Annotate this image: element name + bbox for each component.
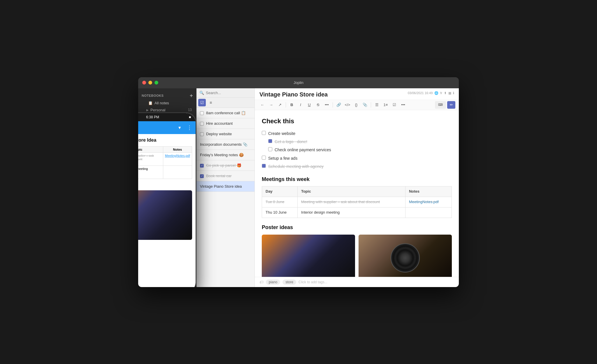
code-button[interactable]: </> (343, 101, 352, 109)
bold-button[interactable]: B (288, 101, 296, 109)
poster-image-vinyl (359, 235, 452, 277)
table-cell-notes: MeetingNotes.pdf (405, 197, 452, 208)
code-block-button[interactable]: {} (352, 101, 360, 109)
check-box[interactable] (262, 156, 266, 160)
check-label: Get a logo - done! (275, 138, 307, 145)
tag-chip-piano[interactable]: piano (266, 279, 280, 285)
title-bar: Joplin (138, 77, 459, 88)
link-button[interactable]: 🔗 (335, 101, 343, 109)
editor-content: Check this Create website Get a logo - d… (255, 110, 459, 277)
phone-td-notes: MeetingNotes.pdf (163, 152, 192, 166)
note-item-piano[interactable]: Vintage Piano Store idea (196, 181, 254, 192)
search-icon: 🔍 (199, 91, 204, 95)
preview-button[interactable]: ✏ (447, 101, 455, 109)
chevron-icon: ▶ (146, 108, 149, 112)
more-button[interactable]: ••• (399, 101, 407, 109)
phone-poster-title: Poster ideas (138, 183, 192, 188)
tag-chip-store[interactable]: store (282, 279, 296, 285)
note-item-pickparcel[interactable]: ✓ Go pick up parcel 🎁 (196, 160, 254, 171)
table-header-notes: Notes (405, 187, 452, 197)
note-title: Vintage Piano Store idea (200, 184, 242, 189)
code-view-button[interactable]: ⌨ (435, 101, 446, 109)
forward-button[interactable]: → (267, 101, 275, 109)
table-row: Thu 10 June Interior design meeting (262, 208, 452, 218)
vinyl-record (391, 243, 420, 272)
table-cell-day: Tue 8 June (262, 197, 298, 208)
editor-date: 03/06/2021 16:49 (408, 91, 433, 95)
numbered-list-button[interactable]: 1≡ (382, 101, 390, 109)
editor-title: Vintage Piano Store idea (259, 91, 328, 98)
section1-heading: Check this (262, 116, 452, 126)
check-label: Setup a few ads (268, 155, 297, 161)
note-list-toolbar: ☑ ≡ (196, 98, 254, 108)
sidebar-item-allnotes[interactable]: 📋 All notes (139, 100, 195, 106)
search-bar: 🔍 (196, 88, 254, 98)
section3-heading: Poster ideas (262, 223, 452, 232)
checklist-button[interactable]: ☑ (390, 101, 398, 109)
note-item-hire[interactable]: Hire accountant (196, 118, 254, 129)
maximize-button[interactable] (154, 81, 158, 85)
phone-nav-title: Piano Shop (138, 125, 175, 130)
phone-table-row: Tue 8June Meeting with supplier – ask ab… (138, 152, 192, 166)
more-format-button[interactable]: ••• (323, 101, 331, 109)
phone-table: Day Topic Notes Tue 8June Meeting with s… (138, 146, 192, 179)
window-controls (142, 81, 158, 85)
tag-footer-icon: 🏷 (259, 280, 264, 284)
phone-note-title: Vintage Piano Store Idea (138, 138, 192, 143)
sort-icon[interactable]: ▼ (178, 125, 182, 130)
note-title: 8am conference call 📋 (206, 111, 246, 115)
note-item-incorporation[interactable]: Incorporation documents 📎 (196, 139, 254, 150)
back-button[interactable]: ← (258, 101, 266, 109)
note-item-rental[interactable]: ✓ Book rental car (196, 171, 254, 181)
editor-meta: 03/06/2021 16:49 🌐 fr ⬆ ▦ ℹ (408, 91, 454, 95)
table-cell-topic: Interior design meeting (297, 208, 405, 218)
check-box[interactable] (262, 131, 266, 135)
checklist-view-button[interactable]: ☑ (198, 99, 206, 106)
checklist-row-done: Schedule meeting with agency (262, 163, 452, 170)
note-checkbox (200, 122, 204, 126)
underline-button[interactable]: U (305, 101, 313, 109)
minimize-button[interactable] (148, 81, 152, 85)
note-item-fridays[interactable]: Friday's Meeting notes 🍪 (196, 150, 254, 160)
meeting-notes-link[interactable]: MeetingNotes.pdf (409, 200, 439, 204)
more-icon[interactable]: ⋮ (187, 124, 192, 131)
check-box[interactable] (268, 147, 272, 151)
external-edit-button[interactable]: ↗ (276, 101, 284, 109)
table-cell-topic: Meeting with supplier – ask about that d… (297, 197, 405, 208)
attachment-button[interactable]: 📎 (361, 101, 369, 109)
phone-time: 6:38 PM (146, 115, 159, 119)
meetings-table: Day Topic Notes Tue 8 June Meeting with … (262, 186, 452, 218)
note-item-deploy[interactable]: Deploy website (196, 129, 254, 139)
phone-table-row: Thu10June Interior design meeting (138, 166, 192, 179)
bullet-list-button[interactable]: ☰ (373, 101, 381, 109)
check-label: Check online payment services (275, 147, 331, 153)
phone-status-bar: Carrier ≈ 6:38 PM ■ (138, 113, 196, 121)
list-view-button[interactable]: ≡ (207, 99, 215, 106)
checklist-row: Setup a few ads (262, 155, 452, 161)
table-header-day: Day (262, 187, 298, 197)
toolbar-separator (333, 102, 333, 108)
note-title: Incorporation documents 📎 (200, 142, 247, 147)
phone-content: Vintage Piano Store Idea Day Topic Notes… (138, 134, 196, 287)
note-checkbox: ✓ (200, 174, 204, 178)
phone-th-topic: Topic (138, 146, 163, 152)
note-item-8am[interactable]: 8am conference call 📋 (196, 108, 254, 118)
note-title: Hire accountant (206, 121, 233, 126)
note-title: Book rental car (206, 174, 231, 178)
tag-add-prompt[interactable]: Click to add tags... (298, 280, 327, 284)
table-row: Tue 8 June Meeting with supplier – ask a… (262, 197, 452, 208)
note-checkbox: ✓ (200, 164, 204, 168)
strikethrough-button[interactable]: S (314, 101, 322, 109)
italic-button[interactable]: I (296, 101, 305, 109)
check-box (262, 164, 266, 168)
vinyl-image (359, 235, 452, 277)
note-title: Friday's Meeting notes 🍪 (200, 153, 244, 157)
search-input[interactable] (206, 91, 255, 95)
piano-image (262, 235, 355, 277)
personal-count: 13 (188, 108, 192, 112)
editor-footer: 🏷 piano store Click to add tags... (255, 277, 459, 287)
add-notebook-button[interactable]: + (190, 93, 193, 98)
close-button[interactable] (142, 81, 146, 85)
section2-heading: Meetings this week (262, 175, 452, 184)
phone-notes-link[interactable]: MeetingNotes.pdf (165, 154, 190, 157)
